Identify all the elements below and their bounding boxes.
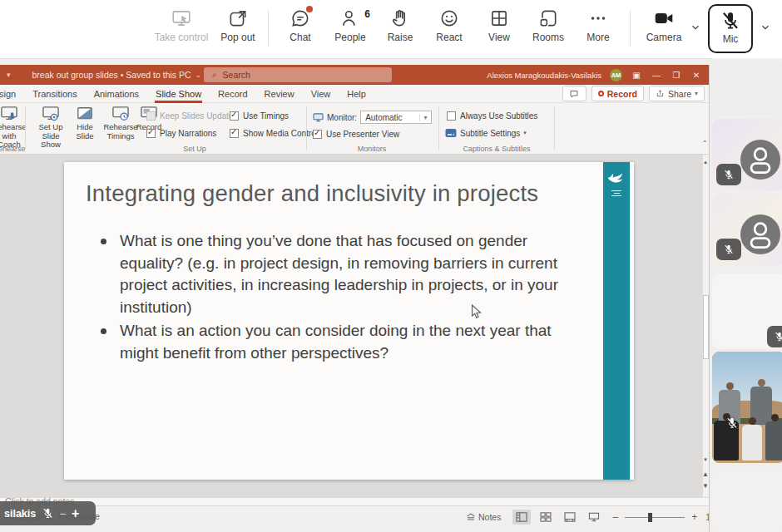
- use-timings-checkbox[interactable]: Use Timings: [230, 111, 289, 121]
- ribbon-display-options-icon[interactable]: ▣: [631, 71, 642, 80]
- more-label: More: [586, 32, 609, 43]
- camera-button[interactable]: Camera: [641, 7, 687, 51]
- subtitle-settings-button[interactable]: Subtitle Settings ▾: [445, 128, 527, 138]
- presenter-overlay-pill: silakis – +: [0, 501, 96, 525]
- minimize-button[interactable]: —: [651, 71, 662, 80]
- record-button[interactable]: Record: [591, 86, 644, 101]
- always-use-subtitles-checkbox[interactable]: Always Use Subtitles: [447, 111, 537, 121]
- collapse-ribbon-chevron[interactable]: ⌃: [700, 140, 710, 147]
- mic-muted-icon: [723, 169, 735, 180]
- mic-muted-icon: [720, 10, 741, 32]
- monitor-icon: [313, 113, 324, 122]
- group-monitors: Monitor: Automatic ▾ Use Presenter View …: [309, 103, 434, 155]
- tab-transitions[interactable]: Transitions: [24, 85, 85, 103]
- toolbar-divider: [268, 11, 269, 46]
- scroll-down-arrow[interactable]: ▾: [701, 456, 710, 464]
- previous-slide-button[interactable]: ▲: [701, 470, 710, 479]
- chat-icon: [290, 7, 311, 29]
- slide-bullet-list[interactable]: What is one thing you’ve done that has f…: [99, 230, 583, 366]
- react-button[interactable]: React: [429, 7, 469, 51]
- hide-slide-button[interactable]: Hide Slide: [72, 106, 98, 144]
- checkbox-icon: [146, 111, 156, 121]
- zoom-slider-thumb[interactable]: [648, 513, 652, 522]
- mic-options-chevron[interactable]: [760, 22, 771, 33]
- tab-view[interactable]: View: [303, 85, 339, 103]
- set-up-slide-show-label: Set Up Slide Show: [32, 123, 70, 150]
- participant-tile[interactable]: [712, 466, 782, 532]
- participant-tile[interactable]: [712, 194, 782, 265]
- show-media-controls-checkbox[interactable]: Show Media Controls: [230, 129, 322, 138]
- slide-bullet[interactable]: What is one thing you’ve done that has f…: [99, 230, 583, 318]
- normal-view-button[interactable]: [512, 510, 531, 525]
- scroll-up-arrow[interactable]: ▴: [701, 158, 710, 166]
- slide[interactable]: Integrating gender and inclusivity in pr…: [64, 162, 634, 480]
- use-presenter-view-checkbox[interactable]: Use Presenter View: [313, 130, 399, 139]
- people-button[interactable]: 6 People: [331, 7, 369, 51]
- reading-view-button[interactable]: [561, 510, 579, 525]
- raise-label: Raise: [388, 32, 413, 43]
- group-label-rehearse: Rehearse: [0, 145, 28, 153]
- next-slide-button[interactable]: ▼: [701, 482, 710, 490]
- keep-slides-updated-label: Keep Slides Updated: [160, 111, 238, 121]
- overlay-plus-icon[interactable]: +: [72, 506, 79, 521]
- checkbox-checked-icon: [230, 129, 239, 138]
- mouse-cursor: [471, 304, 483, 323]
- participant-tile[interactable]: [712, 119, 782, 190]
- scrollbar-thumb[interactable]: [703, 295, 709, 359]
- tab-record[interactable]: Record: [210, 85, 255, 103]
- mic-button[interactable]: Mic: [708, 4, 753, 53]
- play-narrations-checkbox[interactable]: Play Narrations: [146, 129, 216, 138]
- share-button[interactable]: Share ▾: [649, 86, 705, 101]
- rooms-button[interactable]: Rooms: [527, 7, 569, 51]
- rehearse-with-coach-button[interactable]: Rehearse with Coach: [0, 106, 28, 144]
- ribbon-divider: [306, 106, 307, 150]
- pop-out-button[interactable]: Pop out: [216, 7, 260, 51]
- shared-powerpoint-window: ▾ break out group slides • Saved to this…: [0, 65, 710, 532]
- autosave-icon[interactable]: ▾: [7, 71, 11, 79]
- more-ellipsis-icon: [587, 7, 609, 29]
- react-label: React: [436, 32, 462, 43]
- rooms-label: Rooms: [532, 32, 564, 43]
- set-up-slide-show-button[interactable]: Set Up Slide Show: [32, 106, 70, 144]
- slide-title[interactable]: Integrating gender and inclusivity in pr…: [86, 180, 585, 207]
- title-dropdown-chevron[interactable]: ⌄: [196, 71, 202, 79]
- people-icon: 6: [339, 7, 361, 29]
- comment-icon: [569, 89, 579, 99]
- tab-design[interactable]: Design: [0, 85, 24, 103]
- people-count-badge: 6: [364, 8, 370, 20]
- group-captions-subtitles: Always Use Subtitles Subtitle Settings ▾…: [442, 103, 552, 155]
- slide-bullet[interactable]: What is an action you can consider doing…: [99, 320, 583, 364]
- record-button-label: Record: [607, 89, 637, 99]
- zoom-percentage[interactable]: 107%: [705, 512, 710, 522]
- slide-sorter-view-button[interactable]: [537, 510, 555, 525]
- tab-animations[interactable]: Animations: [86, 85, 147, 103]
- search-box[interactable]: ⌕ Search: [204, 67, 392, 82]
- zoom-slider[interactable]: [625, 517, 685, 518]
- overlay-minus-icon[interactable]: –: [60, 508, 66, 520]
- chat-button[interactable]: Chat: [281, 7, 319, 51]
- slide-show-view-button[interactable]: [585, 510, 603, 525]
- tab-slide-show[interactable]: Slide Show: [147, 85, 210, 103]
- account-avatar[interactable]: AM: [610, 69, 622, 81]
- tab-help[interactable]: Help: [339, 85, 374, 103]
- ribbon-divider: [25, 106, 26, 150]
- account-name[interactable]: Alexios Maragkoudakis-Vasilakis: [487, 71, 601, 80]
- view-button[interactable]: View: [479, 7, 519, 51]
- close-button[interactable]: ✕: [690, 71, 702, 80]
- zoom-in-button[interactable]: +: [688, 511, 700, 523]
- participant-tile[interactable]: [712, 273, 782, 348]
- comments-button[interactable]: [562, 86, 586, 101]
- raise-hand-button[interactable]: Raise: [381, 7, 419, 51]
- tab-review[interactable]: Review: [256, 85, 303, 103]
- monitor-dropdown[interactable]: Automatic ▾: [360, 111, 432, 124]
- participant-video-tile[interactable]: [712, 352, 782, 463]
- restore-button[interactable]: ❒: [671, 71, 682, 80]
- share-button-label: Share: [668, 89, 691, 99]
- screen-control-icon: [171, 7, 192, 29]
- notes-toggle-button[interactable]: Notes: [466, 512, 501, 522]
- participant-tile[interactable]: [712, 62, 782, 116]
- zoom-out-button[interactable]: –: [609, 511, 621, 523]
- camera-options-chevron[interactable]: [690, 22, 701, 33]
- notes-pane[interactable]: [0, 497, 709, 505]
- more-button[interactable]: More: [577, 7, 619, 51]
